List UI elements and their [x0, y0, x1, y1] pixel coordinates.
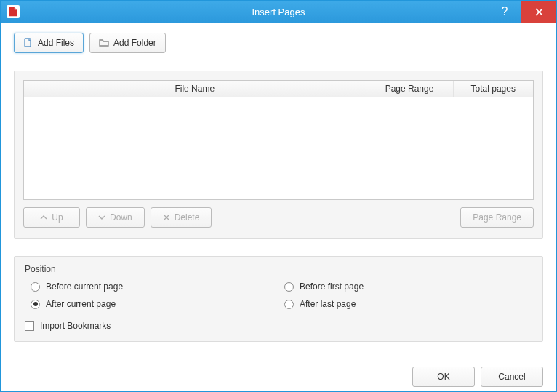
- delete-button[interactable]: Delete: [151, 207, 212, 228]
- import-bookmarks-checkbox[interactable]: Import Bookmarks: [25, 321, 532, 331]
- radio-dot-icon: [284, 282, 294, 292]
- radio-before-first[interactable]: Before first page: [284, 281, 532, 292]
- position-group-label: Position: [25, 264, 532, 274]
- col-header-pagerange[interactable]: Page Range: [366, 81, 453, 97]
- add-files-button[interactable]: Add Files: [14, 33, 84, 53]
- window-title: Insert Pages: [1, 7, 556, 17]
- chevron-up-icon: [40, 214, 47, 221]
- delete-icon: [163, 214, 170, 221]
- import-bookmarks-label: Import Bookmarks: [40, 321, 111, 331]
- dialog-footer: OK Cancel: [1, 359, 556, 391]
- radio-after-last[interactable]: After last page: [284, 299, 532, 309]
- radio-dot-icon: [31, 300, 40, 309]
- svg-rect-0: [25, 39, 31, 47]
- col-header-totalpages[interactable]: Total pages: [453, 81, 533, 97]
- file-list-table[interactable]: File Name Page Range Total pages: [24, 81, 533, 97]
- checkbox-icon: [25, 321, 34, 331]
- move-up-button[interactable]: Up: [23, 207, 80, 228]
- radio-after-last-label: After last page: [300, 299, 356, 309]
- folder-add-icon: [99, 38, 109, 48]
- file-list-table-wrap: File Name Page Range Total pages: [23, 80, 534, 200]
- file-add-icon: [23, 38, 33, 48]
- close-button[interactable]: [521, 1, 556, 23]
- radio-before-current[interactable]: Before current page: [31, 281, 278, 292]
- page-range-button[interactable]: Page Range: [460, 207, 534, 228]
- title-bar[interactable]: Insert Pages ?: [1, 1, 556, 23]
- col-header-filename[interactable]: File Name: [24, 81, 366, 97]
- move-down-label: Down: [110, 212, 132, 223]
- move-up-label: Up: [52, 212, 63, 223]
- dialog-window: Insert Pages ? Add Files Add Folder: [0, 0, 557, 392]
- add-folder-label: Add Folder: [113, 38, 156, 48]
- delete-label: Delete: [175, 212, 200, 223]
- radio-dot-icon: [31, 282, 40, 292]
- help-button[interactable]: ?: [488, 1, 521, 23]
- ok-button[interactable]: OK: [412, 367, 475, 387]
- cancel-label: Cancel: [498, 372, 525, 382]
- chevron-down-icon: [98, 214, 105, 221]
- radio-after-current-label: After current page: [46, 299, 116, 309]
- radio-before-current-label: Before current page: [46, 281, 123, 292]
- radio-after-current[interactable]: After current page: [31, 299, 278, 309]
- ok-label: OK: [437, 372, 449, 382]
- radio-before-first-label: Before first page: [300, 281, 364, 292]
- cancel-button[interactable]: Cancel: [481, 367, 543, 387]
- add-folder-button[interactable]: Add Folder: [89, 33, 166, 53]
- position-panel: Position Before current page After curre…: [14, 256, 543, 342]
- file-list-panel: File Name Page Range Total pages Up: [14, 71, 543, 239]
- move-down-button[interactable]: Down: [86, 207, 145, 228]
- add-files-label: Add Files: [38, 38, 74, 48]
- page-range-label: Page Range: [473, 212, 521, 223]
- dialog-body: Add Files Add Folder File Name Page Rang…: [1, 23, 556, 359]
- radio-dot-icon: [284, 300, 294, 309]
- app-icon: [7, 5, 20, 18]
